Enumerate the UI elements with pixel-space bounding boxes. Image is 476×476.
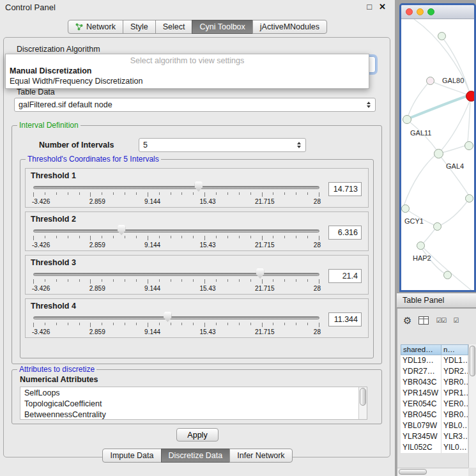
network-node[interactable] [443,271,452,279]
slider-thumb[interactable] [164,312,172,322]
tab-network[interactable]: Network [68,20,123,34]
dropdown-stepper-icon[interactable] [364,102,373,108]
table-row[interactable]: YPR145WYPR1… [401,388,468,399]
network-node[interactable] [426,77,434,85]
threshold-value-field[interactable]: 21.4 [328,269,362,283]
slider-track[interactable] [33,229,319,233]
column-header[interactable]: n… [441,344,468,355]
slider-thumb[interactable] [118,225,126,235]
scale-label: 15.43 [200,198,216,205]
network-node[interactable] [401,204,410,213]
tab-jactivemnodules[interactable]: jActiveMNodules [252,20,327,34]
threshold-value-field[interactable]: 11.344 [328,312,362,326]
popup-option[interactable]: Equal Width/Frequency Discretization [6,76,369,86]
network-node[interactable] [465,194,473,203]
table-row[interactable]: YBR043CYBR0… [401,377,468,388]
tick [181,192,182,195]
table-row[interactable]: YDR27…YDR2… [401,366,468,377]
tick [296,236,296,238]
attributes-list[interactable]: SelfLoopsTopologicalCoefficientBetweenne… [20,387,367,420]
attribute-list-item[interactable]: TopologicalCoefficient [24,399,367,410]
scrollbar-thumb[interactable] [470,346,475,376]
minimize-traffic-light-icon[interactable] [417,8,424,15]
table-cell: YPR1… [441,388,468,399]
threshold-slider[interactable]: -3.4262.8599.14415.4321.71528 [32,311,321,337]
scale-label: 28 [314,285,321,292]
column-header[interactable]: shared… [401,344,441,355]
network-node[interactable] [464,141,473,150]
table-horizontal-scrollbar[interactable] [397,468,468,476]
tick [227,323,228,325]
tick [193,192,194,195]
tab-infer-network[interactable]: Infer Network [229,449,292,463]
tick [125,236,125,238]
table-data-dropdown[interactable]: galFiltered.sif default node [14,98,376,112]
threshold-slider[interactable]: -3.4262.8599.14415.4321.71528 [32,224,321,250]
table-cell: YBR0… [441,410,468,420]
zoom-traffic-light-icon[interactable] [427,8,434,15]
popup-option[interactable]: Manual Discretization [6,66,369,76]
float-window-icon[interactable]: □ [367,2,372,12]
slider-thumb[interactable] [194,181,203,192]
tab-cyni-toolbox[interactable]: Cyni Toolbox [192,20,252,34]
threshold-slider[interactable]: -3.4262.8599.14415.4321.71528 [32,267,321,294]
table-panel-title: Table Panel [403,296,444,305]
tick [239,192,240,195]
network-edge [440,155,470,197]
tab-discretize-data[interactable]: Discretize Data [161,449,231,463]
tick [273,236,273,238]
select-all-checkboxes-icon[interactable]: ☑☑ [436,317,446,324]
dropdown-stepper-icon[interactable] [294,142,303,148]
network-node[interactable] [433,222,441,231]
network-canvas[interactable]: GAL80GAL11GAL4GCY1HAP2 [401,19,474,290]
tab-style[interactable]: Style [123,20,156,34]
table-cell: YDL1… [441,355,468,366]
slider-track[interactable] [33,273,319,276]
threshold-panel: Threshold 3-3.4262.8599.14415.4321.71528… [25,255,369,295]
tab-label: Cyni Toolbox [199,22,245,31]
network-node[interactable] [403,115,411,124]
threshold-slider[interactable]: -3.4262.8599.14415.4321.71528 [32,180,321,207]
table-row[interactable]: YBR045CYBR0… [401,410,468,420]
table-row[interactable]: YIL052CYIL0… [401,442,468,453]
slider-track[interactable] [33,186,319,189]
list-scrollbar[interactable] [358,387,367,419]
tick [171,323,171,325]
attribute-list-item[interactable]: BetweennessCentrality [24,410,367,420]
scrollbar-thumb[interactable] [399,469,427,475]
tab-impute-data[interactable]: Impute Data [102,449,161,463]
network-node[interactable] [434,149,443,158]
scale-label: 28 [314,242,321,249]
tick [68,323,68,325]
close-icon[interactable]: ✕ [379,2,386,12]
network-node[interactable] [417,242,425,250]
tick [113,323,114,325]
tick [319,192,319,197]
network-node[interactable] [466,91,476,102]
checkbox-icon[interactable]: ☑ [453,317,458,324]
table-row[interactable]: YBL079WYBL0… [401,420,468,431]
table-cell: YIL0… [441,442,468,453]
table-rows: YDL19…YDL1…YDR27…YDR2…YBR043CYBR0…YPR145… [401,355,468,453]
table-row[interactable]: YLR345WYLR3… [401,431,468,442]
gear-icon[interactable]: ⚙ [403,316,411,325]
tab-select[interactable]: Select [155,20,193,34]
number-of-intervals-dropdown[interactable]: 5 [139,138,306,152]
scale-label: 2.859 [89,198,105,205]
network-node[interactable] [438,32,446,40]
table-row[interactable]: YDL19…YDL1… [401,355,468,366]
table-columns-icon[interactable] [418,316,429,325]
thresholds-group-title: Threshold's Coordinates for 5 Intervals [26,155,161,164]
apply-button[interactable]: Apply [176,428,219,441]
slider-track[interactable] [33,316,319,319]
threshold-value-field[interactable]: 6.316 [328,226,362,240]
threshold-label: Threshold 2 [31,215,363,224]
close-traffic-light-icon[interactable] [406,8,413,15]
number-of-intervals-label: Number of Intervals [39,141,114,150]
attribute-list-item[interactable]: SelfLoops [24,388,367,399]
list-scrollbar-thumb[interactable] [360,388,366,406]
threshold-value-field[interactable]: 14.713 [328,182,362,196]
slider-thumb[interactable] [256,268,265,279]
table-row[interactable]: YER054CYER0… [401,399,468,410]
table-vertical-scrollbar[interactable] [468,344,476,468]
